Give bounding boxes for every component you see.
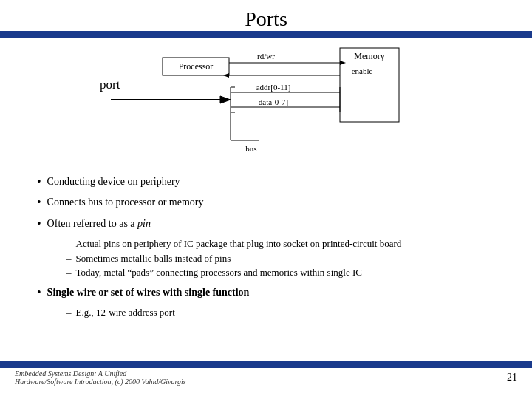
footer-line1: Embedded Systems Design: A Unified [15,369,186,378]
sub-bullet-1-2: – Sometimes metallic balls instead of pi… [66,251,510,266]
bullet-dot-1: • [37,174,41,190]
sub-bullet-1-1: – Actual pins on periphery of IC package… [66,236,510,251]
diagram-area: Processor Memory rd/wr enable addr[0-11]… [89,44,443,177]
bullet-4: • Single wire or set of wires with singl… [37,284,510,301]
bullet-text-4: Single wire or set of wires with single … [47,284,250,300]
diagram-svg: Processor Memory rd/wr enable addr[0-11]… [89,44,443,177]
svg-text:addr[0-11]: addr[0-11] [256,83,291,92]
sub-bullets-1: – Actual pins on periphery of IC package… [66,236,510,280]
sub-bullet-text-1-2: Sometimes metallic balls instead of pins [76,251,231,266]
bullet-1: • Conducting device on periphery [37,174,510,190]
bullet-dot-2: • [37,194,41,211]
bullet-dot-3: • [37,216,41,232]
bullet-text-1: Conducting device on periphery [47,174,180,189]
sub-bullet-text-2-1: E.g., 12-wire address port [76,305,175,320]
bullet-2: • Connects bus to processor or memory [37,194,510,211]
sub-bullets-2: – E.g., 12-wire address port [66,305,510,320]
sub-bullet-text-1-1: Actual pins on periphery of IC package t… [76,236,402,251]
sub-bullet-1-3: – Today, metal “pads” connecting process… [66,265,510,280]
bullet-text-2: Connects bus to processor or memory [47,194,204,210]
sub-bullet-text-1-3: Today, metal “pads” connecting processor… [76,265,362,280]
footer: Embedded Systems Design: A Unified Hardw… [15,369,517,386]
svg-text:Memory: Memory [354,51,384,61]
slide: Ports Processor Memory rd/wr enable [0,0,532,399]
content-area: • Conducting device on periphery • Conne… [37,174,510,324]
bullet-3: • Often referred to as a pin [37,216,510,232]
svg-text:enable: enable [352,66,373,75]
footer-page: 21 [507,372,517,383]
top-bar [0,31,532,38]
svg-text:bus: bus [245,144,256,153]
svg-text:Processor: Processor [179,61,214,72]
bullet-text-3: Often referred to as a pin [47,216,151,231]
bullet-3-plain: Often referred to as a [47,218,137,229]
footer-text: Embedded Systems Design: A Unified Hardw… [15,369,186,386]
sub-bullet-2-1: – E.g., 12-wire address port [66,305,510,320]
slide-title: Ports [0,7,532,31]
svg-text:rd/wr: rd/wr [257,52,275,61]
svg-text:port: port [100,78,120,92]
bullet-dot-4: • [37,284,41,301]
bottom-bar [0,361,532,368]
bullet-3-italic: pin [137,218,151,229]
footer-line2: Hardware/Software Introduction, (c) 2000… [15,378,186,386]
svg-text:data[0-7]: data[0-7] [259,98,288,106]
svg-marker-11 [220,96,231,103]
